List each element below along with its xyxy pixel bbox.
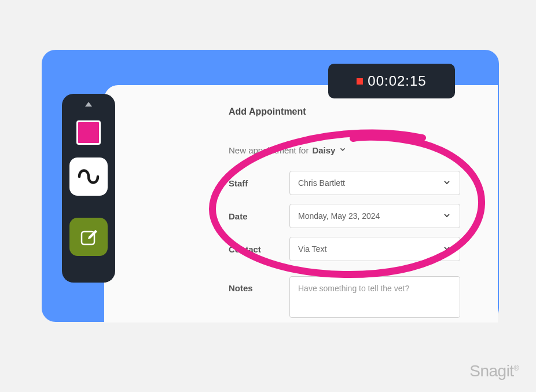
staff-value: Chris Bartlett bbox=[298, 178, 345, 188]
staff-dropdown[interactable]: Chris Bartlett bbox=[289, 171, 460, 195]
recording-time: 00:02:15 bbox=[368, 73, 426, 89]
collapse-arrow-icon[interactable] bbox=[84, 101, 93, 108]
tool-palette bbox=[62, 94, 115, 283]
notes-placeholder: Have something to tell the vet? bbox=[298, 284, 409, 293]
shape-tool-button[interactable] bbox=[69, 113, 108, 152]
recording-indicator: 00:02:15 bbox=[328, 64, 455, 98]
chevron-down-icon bbox=[442, 211, 451, 222]
wave-tool-button[interactable] bbox=[69, 157, 108, 196]
notes-row: Notes Have something to tell the vet? bbox=[229, 276, 460, 318]
date-value: Monday, May 23, 2024 bbox=[298, 211, 380, 221]
subtitle-prefix: New appointment for bbox=[229, 145, 309, 155]
record-icon bbox=[357, 78, 363, 85]
form-title: Add Appointment bbox=[229, 107, 306, 117]
contact-label: Contact bbox=[229, 244, 289, 254]
chevron-down-icon bbox=[442, 244, 451, 255]
chevron-down-icon bbox=[442, 178, 451, 189]
date-row: Date Monday, May 23, 2024 bbox=[229, 204, 460, 228]
notes-textarea[interactable]: Have something to tell the vet? bbox=[289, 276, 460, 318]
edit-icon bbox=[78, 226, 99, 247]
notes-label: Notes bbox=[229, 276, 289, 293]
date-dropdown[interactable]: Monday, May 23, 2024 bbox=[289, 204, 460, 228]
contact-dropdown[interactable]: Via Text bbox=[289, 237, 460, 261]
snagit-watermark: Snagit® bbox=[469, 362, 519, 380]
chevron-down-icon bbox=[339, 145, 347, 155]
appointment-form-panel: Add Appointment New appointment for Dais… bbox=[104, 85, 498, 323]
edit-tool-button[interactable] bbox=[69, 218, 108, 256]
staff-row: Staff Chris Bartlett bbox=[229, 171, 460, 195]
subtitle-pet-name: Daisy bbox=[312, 145, 335, 155]
appointment-for-row[interactable]: New appointment for Daisy bbox=[229, 145, 347, 155]
contact-row: Contact Via Text bbox=[229, 237, 460, 261]
square-shape-icon bbox=[76, 120, 101, 145]
svg-marker-0 bbox=[85, 102, 92, 107]
wave-icon bbox=[76, 164, 101, 189]
staff-label: Staff bbox=[229, 178, 289, 188]
registered-mark-icon: ® bbox=[514, 364, 519, 372]
contact-value: Via Text bbox=[298, 244, 326, 254]
date-label: Date bbox=[229, 211, 289, 221]
